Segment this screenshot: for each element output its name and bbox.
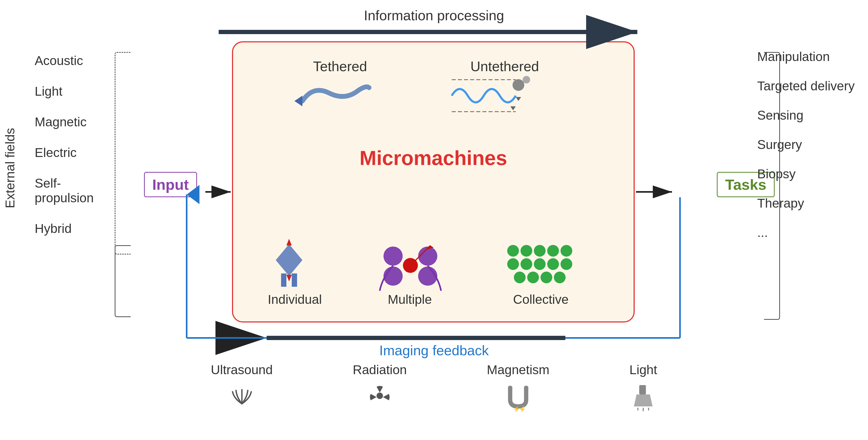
svg-point-13	[383, 246, 403, 266]
svg-point-28	[561, 258, 572, 270]
multiple-illustration	[377, 237, 444, 294]
left-item-selfpropulsion: Self- propulsion	[35, 176, 94, 205]
collective-illustration	[502, 237, 577, 294]
svg-point-3	[513, 79, 524, 91]
svg-point-19	[507, 245, 519, 257]
left-item-acoustic: Acoustic	[35, 53, 94, 68]
individual-label: Individual	[268, 292, 322, 307]
svg-point-23	[561, 245, 572, 257]
svg-rect-8	[281, 273, 286, 287]
magnetism-label: Magnetism	[487, 363, 550, 377]
diagram-container: Information processing External fields A…	[0, 0, 868, 440]
svg-point-21	[534, 245, 546, 257]
svg-marker-6	[510, 106, 516, 110]
svg-marker-11	[286, 275, 292, 281]
svg-marker-0	[294, 96, 302, 106]
left-items-list: Acoustic Light Magnetic Electric Self- p…	[35, 53, 94, 236]
svg-point-27	[547, 258, 559, 270]
light-label: Light	[629, 363, 657, 377]
left-item-light: Light	[35, 84, 94, 99]
svg-point-14	[418, 246, 437, 266]
multiple-label: Multiple	[388, 292, 432, 307]
light-icon	[630, 382, 656, 412]
radiation-icon	[366, 382, 393, 409]
svg-marker-5	[516, 97, 521, 101]
info-processing-label: Information processing	[364, 7, 504, 24]
svg-rect-38	[639, 385, 646, 395]
tethered-illustration	[292, 74, 372, 122]
svg-rect-9	[292, 273, 297, 287]
svg-marker-39	[634, 395, 653, 406]
svg-point-29	[514, 272, 526, 283]
bottom-item-magnetism: Magnetism ⚡ ⚡	[487, 363, 550, 412]
dashed-bracket-left	[115, 52, 131, 255]
micromachines-title: Micromachines	[360, 146, 507, 169]
micromachines-box: Tethered Untethered Micromachines	[232, 41, 635, 323]
svg-rect-35	[524, 386, 528, 390]
svg-rect-34	[508, 386, 512, 390]
svg-point-32	[554, 272, 566, 283]
svg-point-15	[383, 267, 403, 286]
magnet-icon: ⚡ ⚡	[505, 382, 531, 412]
solid-bracket-left	[115, 245, 131, 317]
bottom-item-ultrasound: Ultrasound	[211, 363, 273, 412]
svg-point-30	[527, 272, 539, 283]
external-fields-label: External fields	[3, 128, 17, 208]
svg-point-31	[540, 272, 552, 283]
solid-bracket-right	[764, 52, 780, 320]
tethered-label: Tethered	[313, 58, 367, 74]
radiation-label: Radiation	[353, 363, 407, 377]
left-item-magnetic: Magnetic	[35, 114, 94, 129]
svg-point-26	[534, 258, 546, 270]
untethered-illustration	[446, 69, 534, 122]
ultrasound-icon	[228, 382, 255, 406]
left-item-electric: Electric	[35, 145, 94, 160]
individual-illustration	[260, 239, 318, 292]
svg-point-24	[507, 258, 519, 270]
bottom-item-radiation: Radiation	[353, 363, 407, 412]
svg-text:⚡: ⚡	[519, 406, 526, 412]
svg-point-4	[523, 76, 530, 83]
input-box: Input	[144, 172, 197, 197]
bottom-item-light: Light	[629, 363, 657, 412]
svg-marker-7	[276, 244, 302, 276]
svg-point-20	[521, 245, 532, 257]
ultrasound-label: Ultrasound	[211, 363, 273, 377]
imaging-feedback-label: Imaging feedback	[379, 342, 489, 359]
svg-point-16	[418, 267, 437, 286]
svg-point-33	[376, 393, 383, 399]
svg-marker-10	[286, 239, 292, 245]
svg-point-25	[521, 258, 532, 270]
svg-point-22	[547, 245, 559, 257]
collective-label: Collective	[513, 292, 568, 307]
bottom-items-list: Ultrasound Radiation Magnetism	[211, 363, 657, 412]
left-item-hybrid: Hybrid	[35, 221, 94, 236]
